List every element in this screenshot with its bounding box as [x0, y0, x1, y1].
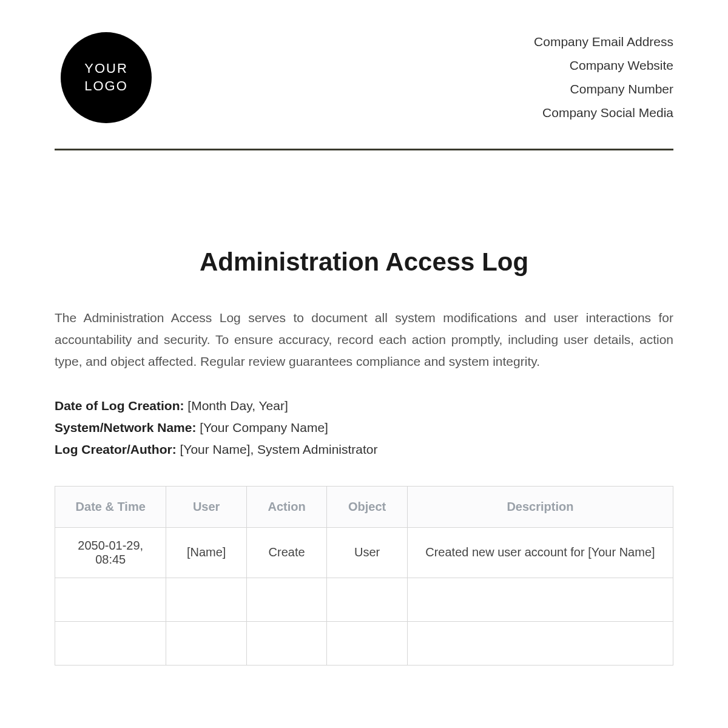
- meta-author-value: [Your Name], System Administrator: [177, 442, 378, 456]
- cell-object: [327, 621, 407, 665]
- company-website: Company Website: [534, 54, 673, 78]
- intro-paragraph: The Administration Access Log serves to …: [55, 307, 673, 372]
- cell-object: [327, 578, 407, 621]
- cell-action: Create: [246, 527, 326, 578]
- cell-user: [Name]: [166, 527, 246, 578]
- meta-block: Date of Log Creation: [Month Day, Year] …: [55, 395, 673, 460]
- meta-date-value: [Month Day, Year]: [184, 399, 288, 413]
- th-datetime: Date & Time: [55, 486, 166, 527]
- cell-user: [166, 578, 246, 621]
- cell-description: Created new user account for [Your Name]: [407, 527, 673, 578]
- table-row: [55, 621, 673, 665]
- company-number: Company Number: [534, 78, 673, 101]
- company-info-block: Company Email Address Company Website Co…: [534, 30, 673, 124]
- th-object: Object: [327, 486, 407, 527]
- meta-date-label: Date of Log Creation:: [55, 399, 184, 413]
- logo-placeholder: YOUR LOGO: [61, 32, 152, 123]
- table-row: 2050-01-29, 08:45 [Name] Create User Cre…: [55, 527, 673, 578]
- table-row: [55, 578, 673, 621]
- meta-author: Log Creator/Author: [Your Name], System …: [55, 439, 673, 460]
- cell-datetime: 2050-01-29, 08:45: [55, 527, 166, 578]
- meta-date: Date of Log Creation: [Month Day, Year]: [55, 395, 673, 417]
- cell-datetime: [55, 621, 166, 665]
- header-divider: [55, 149, 673, 150]
- cell-description: [407, 621, 673, 665]
- page-title: Administration Access Log: [55, 248, 673, 277]
- meta-system: System/Network Name: [Your Company Name]: [55, 417, 673, 439]
- cell-action: [246, 621, 326, 665]
- cell-user: [166, 621, 246, 665]
- logo-line1: YOUR: [84, 60, 128, 78]
- th-description: Description: [407, 486, 673, 527]
- logo-line2: LOGO: [84, 78, 128, 95]
- meta-system-label: System/Network Name:: [55, 420, 196, 434]
- cell-description: [407, 578, 673, 621]
- document-header: YOUR LOGO Company Email Address Company …: [55, 30, 673, 143]
- cell-object: User: [327, 527, 407, 578]
- th-action: Action: [246, 486, 326, 527]
- cell-action: [246, 578, 326, 621]
- company-social: Company Social Media: [534, 101, 673, 125]
- company-email: Company Email Address: [534, 30, 673, 54]
- th-user: User: [166, 486, 246, 527]
- meta-system-value: [Your Company Name]: [196, 420, 328, 434]
- table-header-row: Date & Time User Action Object Descripti…: [55, 486, 673, 527]
- log-table: Date & Time User Action Object Descripti…: [55, 486, 673, 666]
- meta-author-label: Log Creator/Author:: [55, 442, 177, 456]
- cell-datetime: [55, 578, 166, 621]
